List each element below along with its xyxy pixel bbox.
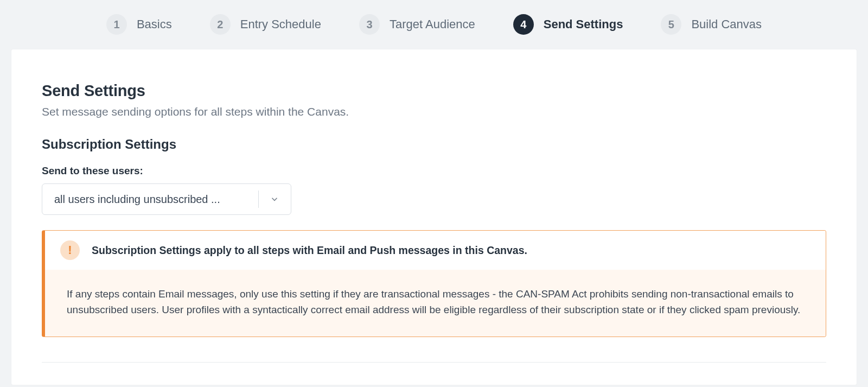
- send-to-users-select[interactable]: all users including unsubscribed ...: [42, 183, 291, 215]
- step-label: Entry Schedule: [240, 17, 321, 31]
- step-label: Send Settings: [544, 17, 623, 31]
- step-label: Target Audience: [390, 17, 475, 31]
- step-send-settings[interactable]: 4 Send Settings: [513, 14, 623, 35]
- subscription-section-title: Subscription Settings: [42, 137, 826, 152]
- step-number-badge: 5: [661, 14, 681, 35]
- step-build-canvas[interactable]: 5 Build Canvas: [661, 14, 762, 35]
- step-number-badge: 4: [513, 14, 534, 35]
- step-target-audience[interactable]: 3 Target Audience: [359, 14, 475, 35]
- step-number-badge: 3: [359, 14, 380, 35]
- page-description: Set message sending options for all step…: [42, 105, 826, 118]
- chevron-down-icon: [270, 194, 279, 204]
- page-title: Send Settings: [42, 82, 826, 100]
- step-label: Build Canvas: [691, 17, 762, 31]
- step-entry-schedule[interactable]: 2 Entry Schedule: [210, 14, 321, 35]
- content-card: Send Settings Set message sending option…: [11, 49, 857, 385]
- step-number-badge: 2: [210, 14, 231, 35]
- alert-body: If any steps contain Email messages, onl…: [45, 270, 826, 337]
- step-basics[interactable]: 1 Basics: [106, 14, 172, 35]
- alert-title: Subscription Settings apply to all steps…: [92, 244, 527, 257]
- alert-header: ! Subscription Settings apply to all ste…: [45, 231, 826, 270]
- step-number-badge: 1: [106, 14, 127, 35]
- send-to-users-value: all users including unsubscribed ...: [42, 184, 258, 214]
- step-label: Basics: [137, 17, 172, 31]
- section-divider: [42, 362, 826, 363]
- warning-icon: !: [60, 240, 80, 260]
- subscription-warning-alert: ! Subscription Settings apply to all ste…: [42, 230, 826, 337]
- send-to-users-label: Send to these users:: [42, 165, 826, 177]
- select-arrow: [258, 184, 291, 214]
- wizard-stepper: 1 Basics 2 Entry Schedule 3 Target Audie…: [0, 0, 868, 49]
